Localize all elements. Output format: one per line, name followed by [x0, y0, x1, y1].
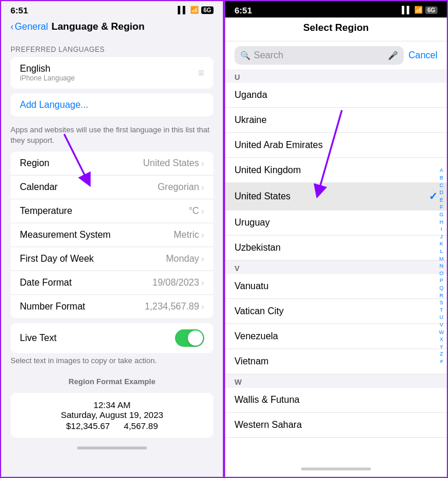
number-format-label: Number Format	[20, 301, 145, 312]
alpha-o[interactable]: O	[438, 270, 446, 277]
country-item-western-sahara[interactable]: Western Sahara	[225, 413, 447, 438]
languages-description: Apps and websites will use the first lan…	[1, 121, 223, 152]
alpha-e[interactable]: E	[438, 196, 446, 204]
english-language-item[interactable]: English iPhone Language ≡	[10, 57, 214, 89]
live-text-toggle[interactable]	[175, 329, 204, 347]
alpha-a[interactable]: A	[438, 167, 446, 174]
region-numbers: $12,345.67 4,567.89	[20, 421, 204, 431]
alpha-v[interactable]: V	[438, 321, 446, 329]
country-item-ukraine[interactable]: Ukraine	[225, 108, 447, 133]
alpha-f[interactable]: F	[438, 203, 446, 211]
region-currency: $12,345.67	[66, 421, 110, 431]
country-item-us[interactable]: United States ✓	[225, 183, 447, 210]
region-label: Region	[20, 158, 143, 168]
country-item-vanuatu[interactable]: Vanuatu	[225, 274, 447, 299]
country-item-uganda[interactable]: Uganda	[225, 83, 447, 108]
search-input[interactable]: Search	[254, 50, 384, 61]
checkmark-icon: ✓	[429, 190, 438, 203]
nav-bar: ‹ General Language & Region	[1, 17, 223, 37]
alpha-g[interactable]: G	[438, 211, 446, 219]
alpha-q[interactable]: Q	[438, 284, 446, 292]
country-item-wallis[interactable]: Wallis & Futuna	[225, 388, 447, 413]
alpha-n[interactable]: N	[438, 262, 446, 270]
country-name: United Kingdom	[235, 165, 438, 175]
alpha-y[interactable]: Y	[438, 343, 446, 351]
alpha-d[interactable]: D	[438, 189, 446, 196]
language-item-content: English iPhone Language	[20, 64, 198, 82]
alpha-i[interactable]: I	[438, 226, 446, 233]
number-format-chevron-icon: ›	[201, 302, 204, 311]
right-battery-icon: 6G	[425, 6, 438, 14]
first-day-item[interactable]: First Day of Week Monday ›	[10, 247, 214, 271]
right-signal-icon: ▌▌	[402, 6, 412, 14]
region-date: Saturday, August 19, 2023	[20, 410, 204, 420]
region-format-example: 12:34 AM Saturday, August 19, 2023 $12,3…	[10, 393, 214, 438]
country-item-uae[interactable]: United Arab Emirates	[225, 133, 447, 158]
wifi-icon: 📶	[190, 6, 199, 14]
alpha-w[interactable]: W	[438, 329, 446, 336]
alpha-m[interactable]: M	[438, 255, 446, 263]
language-sublabel: iPhone Language	[20, 74, 198, 82]
alpha-u[interactable]: U	[438, 314, 446, 321]
alpha-p[interactable]: P	[438, 277, 446, 284]
alpha-l[interactable]: L	[438, 248, 446, 255]
page-title: Language & Region	[51, 21, 145, 33]
alpha-s[interactable]: S	[438, 299, 446, 307]
calendar-item[interactable]: Calendar Gregorian ›	[10, 175, 214, 199]
left-status-bar: 6:51 ▌▌ 📶 6G	[1, 1, 223, 17]
date-format-item[interactable]: Date Format 19/08/2023 ›	[10, 271, 214, 295]
toggle-knob	[188, 331, 203, 346]
languages-list: English iPhone Language ≡	[10, 57, 214, 89]
live-text-group: Live Text	[10, 323, 214, 353]
calendar-value: Gregorian	[158, 182, 199, 192]
add-language-group: Add Language...	[10, 93, 214, 117]
home-indicator	[1, 442, 223, 456]
country-item-uzbekistan[interactable]: Uzbekistan	[225, 236, 447, 261]
alpha-j[interactable]: J	[438, 233, 446, 241]
region-number: 4,567.89	[124, 421, 158, 431]
alpha-r[interactable]: R	[438, 292, 446, 300]
country-name: Uzbekistan	[235, 242, 438, 253]
cancel-button[interactable]: Cancel	[408, 50, 438, 61]
alpha-x[interactable]: X	[438, 336, 446, 343]
country-name: United Arab Emirates	[235, 140, 438, 150]
region-item[interactable]: Region United States ›	[10, 152, 214, 175]
country-item-vietnam[interactable]: Vietnam	[225, 349, 447, 374]
select-region-title: Select Region	[303, 22, 369, 33]
alphabet-index: A B C D E F G H I J K L M N O P Q R S T …	[438, 69, 446, 463]
alpha-z[interactable]: Z	[438, 350, 446, 358]
signal-icon: ▌▌	[178, 6, 188, 14]
country-item-uruguay[interactable]: Uruguay	[225, 210, 447, 236]
country-item-vatican[interactable]: Vatican City	[225, 299, 447, 324]
alpha-c[interactable]: C	[438, 182, 446, 189]
right-time: 6:51	[235, 5, 252, 15]
alpha-k[interactable]: K	[438, 240, 446, 248]
measurement-item[interactable]: Measurement System Metric ›	[10, 223, 214, 247]
back-button[interactable]: ‹ General	[10, 22, 48, 32]
drag-handle-icon[interactable]: ≡	[198, 67, 204, 79]
country-name: Venezuela	[235, 331, 438, 342]
temperature-item[interactable]: Temperature °C ›	[10, 199, 214, 223]
alpha-t[interactable]: T	[438, 307, 446, 314]
number-format-item[interactable]: Number Format 1,234,567.89 ›	[10, 295, 214, 318]
add-language-item[interactable]: Add Language...	[10, 93, 214, 117]
date-format-value: 19/08/2023	[152, 277, 199, 288]
alpha-b[interactable]: B	[438, 174, 446, 182]
country-item-uk[interactable]: United Kingdom	[225, 158, 447, 183]
select-region-header: Select Region	[225, 17, 447, 41]
measurement-label: Measurement System	[20, 230, 174, 240]
search-input-wrap[interactable]: 🔍 Search 🎤	[235, 46, 404, 65]
country-item-venezuela[interactable]: Venezuela	[225, 324, 447, 349]
alpha-h[interactable]: H	[438, 219, 446, 226]
region-value: United States	[143, 158, 199, 168]
country-name: Vietnam	[235, 356, 438, 367]
preferred-languages-header: PREFERRED LANGUAGES	[1, 37, 223, 57]
alpha-hash[interactable]: #	[438, 358, 446, 365]
section-v: V	[225, 261, 447, 274]
measurement-value: Metric	[174, 230, 200, 240]
search-bar-container: 🔍 Search 🎤 Cancel	[225, 41, 447, 69]
first-day-value: Monday	[166, 254, 199, 264]
home-bar	[77, 447, 147, 449]
country-list[interactable]: U Uganda Ukraine United Arab Emirates Un…	[225, 69, 447, 463]
microphone-icon[interactable]: 🎤	[388, 51, 398, 60]
